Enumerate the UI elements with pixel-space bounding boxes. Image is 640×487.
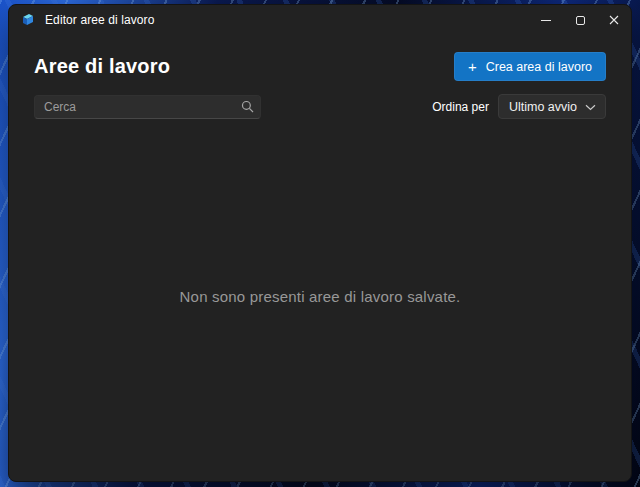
workspaces-icon [20, 12, 36, 28]
maximize-icon [576, 16, 585, 25]
page-title: Aree di lavoro [34, 55, 170, 78]
empty-state-message: Non sono presenti aree di lavoro salvate… [9, 288, 631, 305]
create-workspace-button[interactable]: + Crea area di lavoro [454, 52, 606, 81]
sort-dropdown-value: Ultimo avvio [509, 100, 577, 114]
toolbar-row: Ordina per Ultimo avvio [9, 81, 631, 119]
create-workspace-label: Crea area di lavoro [486, 60, 592, 74]
plus-icon: + [468, 59, 477, 74]
titlebar[interactable]: Editor aree di lavoro [9, 5, 631, 35]
sort-by-label: Ordina per [432, 100, 489, 114]
header-row: Aree di lavoro + Crea area di lavoro [9, 35, 631, 81]
chevron-down-icon [585, 104, 596, 111]
search-input[interactable] [34, 95, 261, 119]
caption-buttons [529, 5, 631, 35]
minimize-icon [541, 20, 551, 21]
maximize-button[interactable] [563, 5, 597, 35]
window-title: Editor aree di lavoro [45, 13, 155, 27]
search-box [34, 95, 261, 119]
minimize-button[interactable] [529, 5, 563, 35]
sort-dropdown[interactable]: Ultimo avvio [498, 94, 606, 119]
close-button[interactable] [597, 5, 631, 35]
sort-group: Ordina per Ultimo avvio [432, 94, 606, 119]
close-icon [609, 13, 619, 28]
workspaces-editor-window: Editor aree di lavoro Aree di lavoro + C… [8, 4, 632, 482]
